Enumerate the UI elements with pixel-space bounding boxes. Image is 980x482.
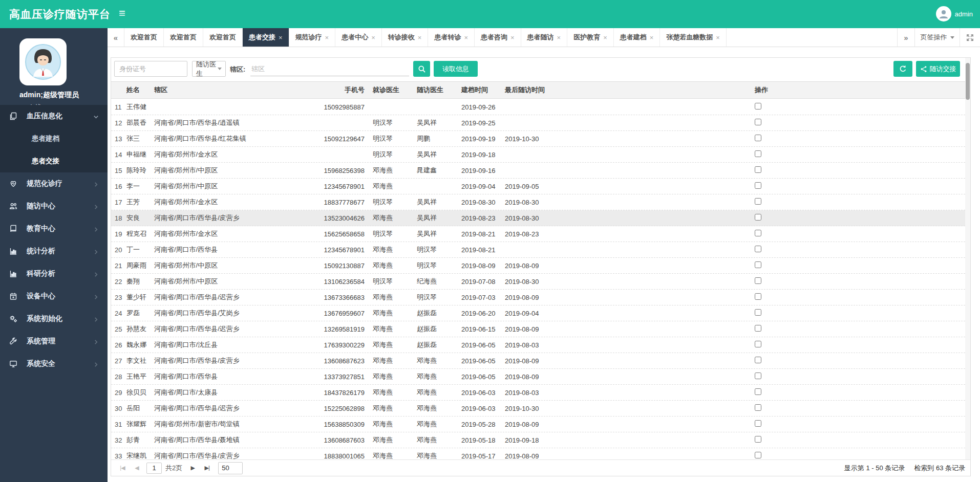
table-row[interactable]: 14申福继河南省/郑州市/金水区明汉琴吴凤祥2019-09-18 bbox=[111, 147, 970, 163]
tab-close-icon[interactable]: × bbox=[464, 34, 468, 41]
tab-close-icon[interactable]: × bbox=[325, 34, 329, 41]
fullscreen-icon[interactable] bbox=[960, 28, 980, 47]
read-info-button[interactable]: 读取信息 bbox=[434, 61, 478, 77]
row-select-checkbox[interactable] bbox=[755, 182, 761, 189]
tab-close-icon[interactable]: × bbox=[716, 34, 720, 41]
sidebar-item-0[interactable]: 血压信息化 bbox=[0, 105, 108, 127]
tab[interactable]: 患者建档× bbox=[614, 28, 661, 47]
table-row[interactable]: 12邵晨香河南省/周口市/西华县/逍遥镇明汉琴吴凤祥2019-09-25 bbox=[111, 115, 970, 131]
sidebar-item-4[interactable]: 统计分析 bbox=[0, 240, 108, 262]
row-select-checkbox[interactable] bbox=[755, 166, 761, 173]
tab[interactable]: 张楚若血糖数据× bbox=[660, 28, 727, 47]
row-select-checkbox[interactable] bbox=[755, 357, 761, 363]
row-select-checkbox[interactable] bbox=[755, 198, 761, 205]
tab[interactable]: 患者转诊× bbox=[428, 28, 475, 47]
table-row[interactable]: 30岳阳河南省/周口市/西华县/迟营乡15225062898邓海燕邓海燕2019… bbox=[111, 401, 970, 417]
row-select-checkbox[interactable] bbox=[755, 135, 761, 141]
table-row[interactable]: 15陈玲玲河南省/郑州市/中原区15968256398邓海燕晁建鑫2019-09… bbox=[111, 163, 970, 179]
tab-operations-dropdown[interactable]: 页签操作 bbox=[914, 28, 960, 47]
tab-close-icon[interactable]: × bbox=[371, 34, 375, 41]
row-select-checkbox[interactable] bbox=[755, 293, 761, 300]
sidebar-item-9[interactable]: 系统安全 bbox=[0, 353, 108, 375]
table-row[interactable]: 23董少轩河南省/周口市/西华县/迟营乡13673366683邓海燕明汉琴201… bbox=[111, 290, 970, 305]
tab[interactable]: 欢迎首页 bbox=[164, 28, 203, 47]
tab[interactable]: 欢迎首页 bbox=[124, 28, 164, 47]
id-number-input[interactable] bbox=[114, 61, 187, 77]
row-select-checkbox[interactable] bbox=[755, 452, 761, 458]
table-row[interactable]: 32彭青河南省/周口市/西华县/聂堆镇13608687603邓海燕邓海燕2019… bbox=[111, 432, 970, 448]
row-select-checkbox[interactable] bbox=[755, 277, 761, 284]
sidebar-item-1[interactable]: 规范化诊疗 bbox=[0, 172, 108, 195]
table-row[interactable]: 16李一河南省/郑州市/中原区12345678901邓海燕2019-09-042… bbox=[111, 179, 970, 194]
scrollbar-thumb[interactable] bbox=[966, 63, 970, 100]
sidebar-item-2[interactable]: 随访中心 bbox=[0, 195, 108, 217]
last-page-icon[interactable]: ▶| bbox=[201, 463, 212, 474]
table-row[interactable]: 17王芳河南省/郑州市/金水区18837778677明汉琴吴凤祥2019-08-… bbox=[111, 194, 970, 210]
row-select-checkbox[interactable] bbox=[755, 420, 761, 427]
tab-close-icon[interactable]: × bbox=[603, 34, 607, 41]
prev-page-icon[interactable]: ◀ bbox=[131, 463, 142, 474]
tab[interactable]: 患者中心× bbox=[335, 28, 382, 47]
sidebar-item-6[interactable]: 设备中心 bbox=[0, 285, 108, 308]
table-row[interactable]: 31张耀辉河南省/郑州市/新密市/苟堂镇15638850309邓海燕邓海燕201… bbox=[111, 417, 970, 432]
vertical-scrollbar[interactable] bbox=[965, 58, 970, 476]
table-row[interactable]: 26魏永娜河南省/周口市/沈丘县17639300229邓海燕赵振磊2019-06… bbox=[111, 337, 970, 353]
hamburger-icon[interactable]: ≡ bbox=[119, 7, 125, 20]
tab[interactable]: 患者咨询× bbox=[475, 28, 521, 47]
row-select-checkbox[interactable] bbox=[755, 103, 761, 109]
topbar-user-menu[interactable]: admin bbox=[936, 6, 973, 22]
tab[interactable]: 欢迎首页 bbox=[203, 28, 243, 47]
row-select-checkbox[interactable] bbox=[755, 341, 761, 347]
sidebar-item-7[interactable]: 系统初始化 bbox=[0, 308, 108, 330]
tab[interactable]: 转诊接收× bbox=[382, 28, 429, 47]
row-select-checkbox[interactable] bbox=[755, 388, 761, 395]
table-row[interactable]: 27李文社河南省/周口市/西华县/皮营乡13608687623邓海燕邓海燕201… bbox=[111, 353, 970, 369]
sidebar-subitem[interactable]: 患者建档 bbox=[0, 127, 108, 150]
table-row[interactable]: 24罗磊河南省/周口市/西华县/艾岗乡13676959607邓海燕赵振磊2019… bbox=[111, 305, 970, 321]
table-row[interactable]: 13张三河南省/周口市/西华县/红花集镇15092129647明汉琴周鹏2019… bbox=[111, 131, 970, 147]
row-select-checkbox[interactable] bbox=[755, 436, 761, 443]
table-row[interactable]: 19程克召河南省/郑州市/金水区15625658658明汉琴吴凤祥2019-08… bbox=[111, 226, 970, 242]
next-page-icon[interactable]: ▶ bbox=[187, 463, 198, 474]
table-row[interactable]: 28王艳平河南省/周口市/西华县13373927851邓海燕邓海燕2019-06… bbox=[111, 369, 970, 385]
row-select-checkbox[interactable] bbox=[755, 150, 761, 157]
tabs-scroll-right-icon[interactable]: » bbox=[897, 28, 914, 47]
tab-close-icon[interactable]: × bbox=[557, 34, 561, 41]
tabs-scroll-left-icon[interactable]: « bbox=[108, 28, 124, 47]
page-size-select[interactable]: 50 bbox=[218, 462, 243, 474]
row-select-checkbox[interactable] bbox=[755, 373, 761, 379]
tab-close-icon[interactable]: × bbox=[418, 34, 422, 41]
table-row[interactable]: 29徐贝贝河南省/周口市/太康县18437826179邓海燕邓海燕2019-06… bbox=[111, 385, 970, 401]
search-button[interactable] bbox=[413, 61, 430, 77]
tab[interactable]: 患者随访× bbox=[521, 28, 568, 47]
row-select-checkbox[interactable] bbox=[755, 230, 761, 236]
table-row[interactable]: 33宋继凯河南省/周口市/西华县/皮营乡18838001065邓海燕邓海燕201… bbox=[111, 448, 970, 461]
first-page-icon[interactable]: |◀ bbox=[117, 463, 128, 474]
sidebar-item-3[interactable]: 教育中心 bbox=[0, 217, 108, 240]
row-select-checkbox[interactable] bbox=[755, 246, 761, 252]
sidebar-subitem[interactable]: 患者交接 bbox=[0, 150, 108, 172]
follow-doctor-select[interactable]: 随访医生 bbox=[192, 61, 226, 77]
table-row[interactable]: 22秦翔河南省/郑州市/中原区13106236584明汉琴纪海燕2019-07-… bbox=[111, 274, 970, 290]
tab[interactable]: 规范诊疗× bbox=[289, 28, 336, 47]
row-select-checkbox[interactable] bbox=[755, 261, 761, 268]
row-select-checkbox[interactable] bbox=[755, 404, 761, 411]
tab-close-icon[interactable]: × bbox=[650, 34, 654, 41]
refresh-button[interactable] bbox=[893, 61, 912, 77]
row-select-checkbox[interactable] bbox=[755, 214, 761, 221]
page-number-input[interactable] bbox=[146, 463, 162, 474]
sidebar-item-5[interactable]: 科研分析 bbox=[0, 262, 108, 285]
row-select-checkbox[interactable] bbox=[755, 309, 761, 316]
tab-close-icon[interactable]: × bbox=[279, 34, 283, 41]
region-input[interactable] bbox=[250, 62, 409, 76]
tab-close-icon[interactable]: × bbox=[510, 34, 515, 41]
row-select-checkbox[interactable] bbox=[755, 325, 761, 332]
table-row[interactable]: 25孙慧友河南省/周口市/西华县/迟营乡13269581919邓海燕赵振磊201… bbox=[111, 321, 970, 337]
row-select-checkbox[interactable] bbox=[755, 119, 761, 125]
table-row[interactable]: 20丁一河南省/周口市/西华县12345678901邓海燕明汉琴2019-08-… bbox=[111, 242, 970, 258]
table-row[interactable]: 18安良河南省/周口市/西华县/皮营乡13523004626邓海燕吴凤祥2019… bbox=[111, 210, 970, 226]
table-row[interactable]: 11王伟健150929858872019-09-26 bbox=[111, 99, 970, 115]
sidebar-item-8[interactable]: 系统管理 bbox=[0, 330, 108, 353]
table-row[interactable]: 21周豪雨河南省/郑州市/中原区15092130887邓海燕明汉琴2019-08… bbox=[111, 258, 970, 274]
tab[interactable]: 医护教育× bbox=[567, 28, 614, 47]
